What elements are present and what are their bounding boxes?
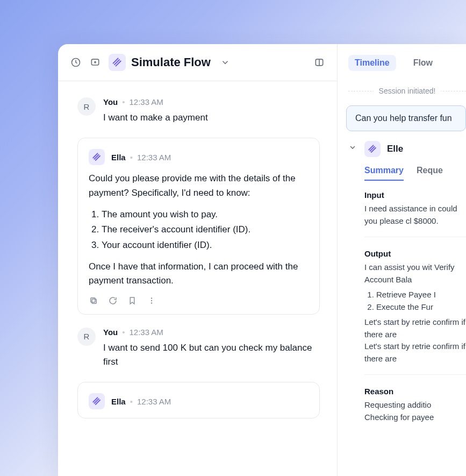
- message-actions: [89, 296, 309, 306]
- list-item: Execute the Fur: [376, 301, 466, 314]
- svg-line-15: [95, 399, 99, 403]
- section-output: Output I can assist you wit Verify Accou…: [364, 249, 466, 375]
- tab-timeline[interactable]: Timeline: [348, 55, 396, 71]
- timestamp: 12:33 AM: [129, 97, 163, 106]
- bot-avatar-icon: [364, 141, 381, 157]
- sender-name: You: [103, 97, 118, 106]
- svg-line-3: [116, 61, 121, 66]
- message-bot: Ella • 12:33 AM: [77, 382, 320, 418]
- page-title: Simulate Flow: [131, 55, 211, 69]
- header: Simulate Flow: [58, 44, 337, 81]
- svg-line-2: [114, 60, 119, 65]
- avatar: R: [77, 328, 96, 346]
- svg-line-16: [96, 400, 100, 404]
- panel-toggle-icon[interactable]: [313, 56, 325, 68]
- message-user: R You • 12:33 AM I want to make a paymen…: [77, 97, 320, 125]
- session-divider: Session initiated!: [348, 86, 466, 96]
- title-dropdown[interactable]: [219, 56, 231, 68]
- list-item: Your account identifier (ID).: [102, 238, 309, 252]
- svg-line-19: [371, 148, 376, 152]
- svg-point-13: [151, 300, 152, 301]
- message-bot: Ella • 12:33 AM Could you please provide…: [77, 138, 320, 314]
- bot-avatar-icon: [89, 393, 105, 409]
- svg-line-17: [93, 398, 97, 402]
- svg-rect-10: [92, 299, 96, 303]
- timestamp: 12:33 AM: [137, 153, 171, 162]
- conversation-panel: Simulate Flow R You • 12:33 AM I want to…: [58, 44, 338, 476]
- copy-icon[interactable]: [89, 296, 98, 306]
- timestamp: 12:33 AM: [129, 328, 163, 337]
- app-logo-icon: [109, 54, 126, 71]
- prompt-box: Can you help transfer fun: [346, 105, 466, 131]
- sender-name: Ella: [111, 153, 126, 162]
- list-item: The amount you wish to pay.: [102, 208, 309, 222]
- agent-name: Elle: [387, 144, 403, 154]
- list-item: The receiver's account identifier (ID).: [102, 223, 309, 237]
- bot-avatar-icon: [89, 149, 105, 165]
- svg-line-7: [95, 155, 99, 159]
- chevron-down-icon[interactable]: [348, 143, 357, 445]
- panel-tabs: Timeline Flow: [348, 55, 466, 71]
- list-item: Retrieve Payee I: [376, 289, 466, 301]
- avatar: R: [77, 97, 96, 116]
- section-input: Input I need assistance in could you ple…: [364, 190, 466, 237]
- agent-detail: Elle Summary Reque Input I need assistan…: [348, 141, 466, 445]
- new-chat-icon[interactable]: [89, 56, 101, 68]
- more-icon[interactable]: [147, 296, 156, 306]
- history-icon[interactable]: [70, 56, 82, 68]
- svg-point-12: [151, 297, 152, 299]
- bot-message-body: Could you please provide me with the det…: [89, 172, 309, 288]
- timeline-panel: Timeline Flow Session initiated! Can you…: [338, 44, 466, 476]
- sender-name: Ella: [111, 397, 126, 406]
- message-list: R You • 12:33 AM I want to make a paymen…: [58, 81, 337, 476]
- tab-request[interactable]: Reque: [417, 166, 443, 181]
- svg-line-8: [96, 156, 100, 160]
- message-user: R You • 12:33 AM I want to send 100 K bu…: [77, 328, 320, 370]
- svg-point-14: [151, 302, 152, 303]
- svg-line-4: [113, 59, 118, 63]
- svg-line-20: [369, 145, 373, 150]
- message-text: I want to send 100 K but can you check m…: [103, 341, 320, 370]
- section-reason: Reason Requesting additio Checking for p…: [364, 387, 466, 433]
- bookmark-icon[interactable]: [127, 296, 137, 306]
- tab-flow[interactable]: Flow: [407, 55, 439, 71]
- regenerate-icon[interactable]: [108, 296, 118, 306]
- app-window: Simulate Flow R You • 12:33 AM I want to…: [58, 44, 466, 476]
- timestamp: 12:33 AM: [137, 397, 171, 406]
- detail-tabs: Summary Reque: [364, 166, 466, 181]
- svg-line-9: [93, 154, 97, 158]
- svg-line-18: [370, 147, 375, 151]
- sender-name: You: [103, 328, 118, 337]
- svg-rect-11: [91, 298, 95, 302]
- message-text: I want to make a payment: [103, 111, 320, 125]
- tab-summary[interactable]: Summary: [364, 166, 404, 181]
